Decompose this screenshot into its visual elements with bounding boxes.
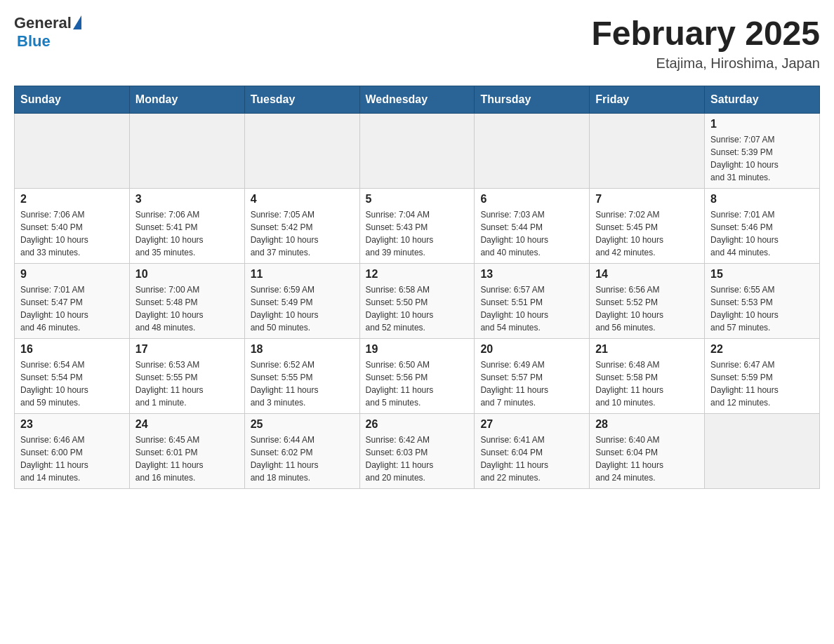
logo: General Blue <box>14 14 81 51</box>
day-number: 26 <box>366 418 469 431</box>
day-number: 2 <box>20 193 124 206</box>
day-number: 3 <box>135 193 239 206</box>
calendar-cell: 25Sunrise: 6:44 AM Sunset: 6:02 PM Dayli… <box>244 414 359 489</box>
calendar-cell: 6Sunrise: 7:03 AM Sunset: 5:44 PM Daylig… <box>475 189 590 264</box>
day-number: 4 <box>251 193 354 206</box>
day-info: Sunrise: 7:06 AM Sunset: 5:40 PM Dayligh… <box>20 208 124 259</box>
calendar-cell: 7Sunrise: 7:02 AM Sunset: 5:45 PM Daylig… <box>590 189 705 264</box>
weekday-header-sunday: Sunday <box>15 86 130 114</box>
calendar-cell: 14Sunrise: 6:56 AM Sunset: 5:52 PM Dayli… <box>590 264 705 339</box>
day-info: Sunrise: 7:00 AM Sunset: 5:48 PM Dayligh… <box>135 283 239 334</box>
calendar-cell: 18Sunrise: 6:52 AM Sunset: 5:55 PM Dayli… <box>244 339 359 414</box>
day-info: Sunrise: 6:42 AM Sunset: 6:03 PM Dayligh… <box>366 434 469 484</box>
calendar-cell: 24Sunrise: 6:45 AM Sunset: 6:01 PM Dayli… <box>129 414 244 489</box>
day-info: Sunrise: 7:02 AM Sunset: 5:45 PM Dayligh… <box>595 208 699 259</box>
day-info: Sunrise: 6:52 AM Sunset: 5:55 PM Dayligh… <box>251 358 354 409</box>
calendar-cell <box>475 114 590 189</box>
day-info: Sunrise: 6:57 AM Sunset: 5:51 PM Dayligh… <box>480 283 583 334</box>
day-info: Sunrise: 7:03 AM Sunset: 5:44 PM Dayligh… <box>480 208 583 259</box>
day-info: Sunrise: 7:05 AM Sunset: 5:42 PM Dayligh… <box>251 208 354 259</box>
day-number: 7 <box>595 193 699 206</box>
calendar-cell: 23Sunrise: 6:46 AM Sunset: 6:00 PM Dayli… <box>15 414 130 489</box>
day-info: Sunrise: 6:56 AM Sunset: 5:52 PM Dayligh… <box>595 283 699 334</box>
calendar-cell: 9Sunrise: 7:01 AM Sunset: 5:47 PM Daylig… <box>15 264 130 339</box>
day-info: Sunrise: 6:55 AM Sunset: 5:53 PM Dayligh… <box>710 283 814 334</box>
calendar-cell <box>244 114 359 189</box>
day-number: 10 <box>135 268 239 281</box>
day-info: Sunrise: 6:53 AM Sunset: 5:55 PM Dayligh… <box>135 358 239 409</box>
day-number: 8 <box>710 193 814 206</box>
weekday-header-thursday: Thursday <box>475 86 590 114</box>
logo-general-text: General <box>14 14 72 32</box>
day-number: 25 <box>251 418 354 431</box>
calendar-cell <box>590 114 705 189</box>
calendar-week-row: 9Sunrise: 7:01 AM Sunset: 5:47 PM Daylig… <box>15 264 820 339</box>
calendar-cell: 21Sunrise: 6:48 AM Sunset: 5:58 PM Dayli… <box>590 339 705 414</box>
day-number: 12 <box>366 268 469 281</box>
calendar-cell: 10Sunrise: 7:00 AM Sunset: 5:48 PM Dayli… <box>129 264 244 339</box>
day-number: 9 <box>20 268 124 281</box>
day-number: 1 <box>710 118 814 130</box>
calendar-week-row: 23Sunrise: 6:46 AM Sunset: 6:00 PM Dayli… <box>15 414 820 489</box>
day-info: Sunrise: 6:54 AM Sunset: 5:54 PM Dayligh… <box>20 358 124 409</box>
day-info: Sunrise: 7:01 AM Sunset: 5:47 PM Dayligh… <box>20 283 124 334</box>
weekday-header-row: SundayMondayTuesdayWednesdayThursdayFrid… <box>15 86 820 114</box>
calendar-cell: 16Sunrise: 6:54 AM Sunset: 5:54 PM Dayli… <box>15 339 130 414</box>
calendar-cell: 22Sunrise: 6:47 AM Sunset: 5:59 PM Dayli… <box>705 339 820 414</box>
day-number: 18 <box>251 343 354 356</box>
calendar-cell: 27Sunrise: 6:41 AM Sunset: 6:04 PM Dayli… <box>475 414 590 489</box>
calendar-cell: 12Sunrise: 6:58 AM Sunset: 5:50 PM Dayli… <box>359 264 475 339</box>
day-info: Sunrise: 6:58 AM Sunset: 5:50 PM Dayligh… <box>366 283 469 334</box>
title-area: February 2025 Etajima, Hiroshima, Japan <box>591 14 820 72</box>
calendar-table: SundayMondayTuesdayWednesdayThursdayFrid… <box>14 86 820 489</box>
day-number: 13 <box>480 268 583 281</box>
day-info: Sunrise: 6:49 AM Sunset: 5:57 PM Dayligh… <box>480 358 583 409</box>
day-number: 27 <box>480 418 583 431</box>
calendar-week-row: 2Sunrise: 7:06 AM Sunset: 5:40 PM Daylig… <box>15 189 820 264</box>
calendar-cell <box>129 114 244 189</box>
day-info: Sunrise: 7:07 AM Sunset: 5:39 PM Dayligh… <box>710 133 814 184</box>
day-number: 20 <box>480 343 583 356</box>
day-number: 24 <box>135 418 239 431</box>
location-text: Etajima, Hiroshima, Japan <box>591 55 820 72</box>
weekday-header-friday: Friday <box>590 86 705 114</box>
day-info: Sunrise: 6:47 AM Sunset: 5:59 PM Dayligh… <box>710 358 814 409</box>
day-number: 21 <box>595 343 699 356</box>
calendar-cell: 19Sunrise: 6:50 AM Sunset: 5:56 PM Dayli… <box>359 339 475 414</box>
month-title: February 2025 <box>591 14 820 53</box>
day-number: 23 <box>20 418 124 431</box>
calendar-cell: 8Sunrise: 7:01 AM Sunset: 5:46 PM Daylig… <box>705 189 820 264</box>
page-header: General Blue February 2025 Etajima, Hiro… <box>14 14 820 72</box>
day-info: Sunrise: 6:46 AM Sunset: 6:00 PM Dayligh… <box>20 434 124 484</box>
day-number: 16 <box>20 343 124 356</box>
day-info: Sunrise: 6:48 AM Sunset: 5:58 PM Dayligh… <box>595 358 699 409</box>
day-number: 17 <box>135 343 239 356</box>
calendar-cell <box>15 114 130 189</box>
day-number: 15 <box>710 268 814 281</box>
day-number: 28 <box>595 418 699 431</box>
day-info: Sunrise: 6:44 AM Sunset: 6:02 PM Dayligh… <box>251 434 354 484</box>
calendar-cell: 1Sunrise: 7:07 AM Sunset: 5:39 PM Daylig… <box>705 114 820 189</box>
day-info: Sunrise: 6:45 AM Sunset: 6:01 PM Dayligh… <box>135 434 239 484</box>
weekday-header-wednesday: Wednesday <box>359 86 475 114</box>
calendar-week-row: 1Sunrise: 7:07 AM Sunset: 5:39 PM Daylig… <box>15 114 820 189</box>
day-info: Sunrise: 7:04 AM Sunset: 5:43 PM Dayligh… <box>366 208 469 259</box>
calendar-cell <box>359 114 475 189</box>
weekday-header-monday: Monday <box>129 86 244 114</box>
calendar-cell <box>705 414 820 489</box>
calendar-cell: 17Sunrise: 6:53 AM Sunset: 5:55 PM Dayli… <box>129 339 244 414</box>
calendar-cell: 15Sunrise: 6:55 AM Sunset: 5:53 PM Dayli… <box>705 264 820 339</box>
calendar-cell: 20Sunrise: 6:49 AM Sunset: 5:57 PM Dayli… <box>475 339 590 414</box>
day-info: Sunrise: 6:41 AM Sunset: 6:04 PM Dayligh… <box>480 434 583 484</box>
day-info: Sunrise: 6:40 AM Sunset: 6:04 PM Dayligh… <box>595 434 699 484</box>
day-number: 19 <box>366 343 469 356</box>
day-number: 6 <box>480 193 583 206</box>
day-info: Sunrise: 6:59 AM Sunset: 5:49 PM Dayligh… <box>251 283 354 334</box>
calendar-cell: 13Sunrise: 6:57 AM Sunset: 5:51 PM Dayli… <box>475 264 590 339</box>
day-number: 22 <box>710 343 814 356</box>
day-number: 11 <box>251 268 354 281</box>
calendar-cell: 5Sunrise: 7:04 AM Sunset: 5:43 PM Daylig… <box>359 189 475 264</box>
day-info: Sunrise: 6:50 AM Sunset: 5:56 PM Dayligh… <box>366 358 469 409</box>
day-info: Sunrise: 7:06 AM Sunset: 5:41 PM Dayligh… <box>135 208 239 259</box>
calendar-cell: 28Sunrise: 6:40 AM Sunset: 6:04 PM Dayli… <box>590 414 705 489</box>
